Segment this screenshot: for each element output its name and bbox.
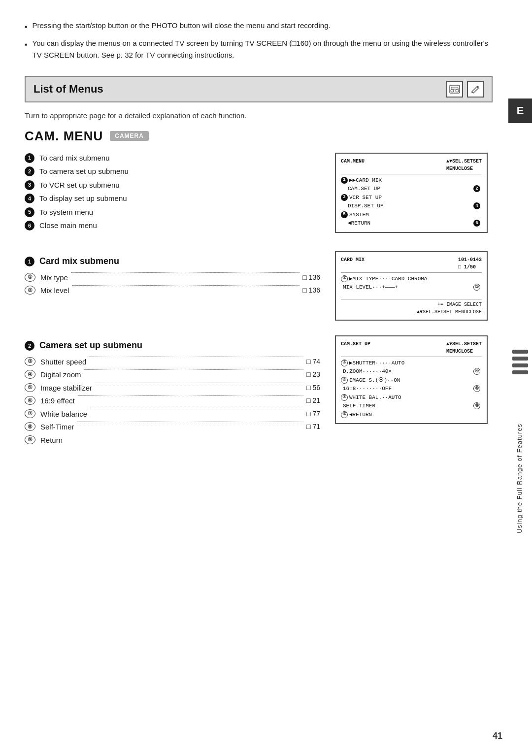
screen-camerasetup-line-7: ⑦ WHITE BAL.··AUTO — [341, 394, 482, 402]
screen-camerasetup-text-8: SELF-TIMER — [343, 402, 375, 410]
screen-camerasetup-text-9: ◄RETURN — [349, 411, 372, 419]
card-mix-label-1: Mix type — [40, 272, 68, 284]
menu-icon-pencil — [467, 81, 484, 98]
cam-menu-item-text-1: To card mix submenu — [39, 153, 110, 164]
camera-setup-num: 2 — [25, 341, 34, 351]
screen-num-4: 4 — [473, 202, 480, 209]
list-of-menus-title: List of Menus — [33, 83, 103, 96]
bullet-dot-1: • — [25, 21, 28, 33]
num-circle-4: 4 — [25, 194, 34, 203]
dotted-line-1 — [71, 272, 299, 273]
screen-camerasetup-line-4: D.ZOOM······40× ④ — [341, 367, 482, 376]
screen-cardmix-num-1: ① — [341, 275, 348, 282]
bullet-dot-2: • — [25, 38, 28, 51]
dotted-line-4 — [84, 369, 304, 370]
cam-menu-section: 1 To card mix submenu 2 To camera set up… — [25, 153, 493, 234]
camera-setup-label-6: 16:9 effect — [40, 395, 75, 407]
camera-setup-label-4: Digital zoom — [40, 369, 81, 381]
camera-setup-heading: 2 Camera set up submenu — [25, 340, 320, 351]
camera-setup-label-3: Shutter speed — [40, 357, 86, 368]
svg-rect-3 — [451, 87, 458, 89]
num-circle-6: 6 — [25, 221, 34, 230]
card-mix-title: Card mix submenu — [39, 256, 119, 266]
camera-setup-ref-4: □ 23 — [306, 369, 320, 380]
screen-camerasetup-line-5: ⑤ IMAGE S.(⦿)··ON — [341, 376, 482, 385]
screen-cardmix-topleft: CARD MIX — [341, 256, 365, 271]
num-circle-1: 1 — [25, 153, 34, 163]
turn-text: Turn to appropriate page for a detailed … — [25, 111, 493, 120]
screen-camerasetup-text-5: IMAGE S.(⦿)··ON — [349, 376, 400, 385]
screen-line-5: 5 SYSTEM — [341, 211, 482, 219]
screen-camerasetup-num-3: ③ — [341, 360, 348, 366]
cam-menu-heading: CAM. MENU CAMERA — [25, 129, 493, 144]
num-circle-2: 2 — [25, 166, 34, 176]
camera-setup-title: Camera set up submenu — [39, 340, 142, 351]
dotted-line-3 — [89, 357, 303, 357]
camera-setup-right: CAM.SET UP ▲▼SEL.SETSETMENUCLOSE ③ ▶SHUT… — [335, 335, 493, 454]
screen-camerasetup-text-7: WHITE BAL.··AUTO — [349, 394, 401, 402]
cam-menu-badge: CAMERA — [110, 131, 149, 141]
right-sidebar-text: Using the Full Range of Features — [508, 424, 531, 533]
card-mix-num: 1 — [25, 257, 34, 266]
cam-menu-item-5: 5 To system menu — [25, 207, 320, 218]
screen-num-1: 1 — [341, 177, 348, 184]
card-mix-section: 1 Card mix submenu ① Mix type □ 136 ② Mi… — [25, 251, 493, 321]
screen-camerasetup-num-7: ⑦ — [341, 394, 348, 401]
cam-menu-right: CAM.MENU ▲▼SEL.SETSETMENUCLOSE 1 ▶▶CARD … — [335, 153, 493, 234]
screen-text-6: ◄RETURN — [348, 219, 370, 228]
menu-icons — [446, 81, 484, 98]
card-mix-label-2: Mix level — [40, 285, 69, 296]
screen-line-4: DISP.SET UP 4 — [341, 202, 482, 210]
camera-setup-ref-7: □ 77 — [306, 409, 320, 419]
sidebar-text: Using the Full Range of Features — [516, 424, 524, 533]
stripe-2 — [512, 357, 528, 361]
stripe-3 — [512, 363, 528, 367]
camera-setup-label-9: Return — [40, 435, 63, 446]
camera-setup-ref-5: □ 56 — [306, 383, 320, 393]
intro-bullets: • Pressing the start/stop button or the … — [25, 20, 493, 61]
screen-box-main: CAM.MENU ▲▼SEL.SETSETMENUCLOSE 1 ▶▶CARD … — [335, 153, 488, 233]
screen-camerasetup-line-6: 16:8········OFF ⑥ — [341, 385, 482, 393]
screen-line-2: CAM.SET UP 2 — [341, 185, 482, 193]
dotted-line-5 — [95, 383, 303, 383]
screen-cardmix-line-1: ① ▶MIX TYPE····CARD CHROMA — [341, 275, 482, 283]
card-mix-heading: 1 Card mix submenu — [25, 256, 320, 266]
cam-menu-item-4: 4 To display set up submenu — [25, 193, 320, 204]
camera-setup-item-3: ③ Shutter speed □ 74 — [25, 357, 320, 368]
cam-menu-item-text-4: To display set up submenu — [39, 193, 127, 204]
cam-menu-item-text-2: To camera set up submenu — [39, 166, 129, 177]
screen-top-bar-main: CAM.MENU ▲▼SEL.SETSETMENUCLOSE — [341, 158, 482, 174]
card-mix-list: ① Mix type □ 136 ② Mix level □ 136 — [25, 272, 320, 296]
screen-camerasetup-text-4: D.ZOOM······40× — [343, 367, 392, 376]
bullet-item-1: • Pressing the start/stop button or the … — [25, 20, 493, 33]
screen-num-2: 2 — [473, 185, 480, 192]
camera-setup-ref-3: □ 74 — [306, 357, 320, 367]
camera-setup-num-9: ⑨ — [25, 435, 35, 444]
svg-point-1 — [451, 89, 454, 92]
camera-setup-num-5: ⑤ — [25, 383, 35, 392]
dotted-line-8 — [77, 422, 303, 422]
list-of-menus-bar: List of Menus — [25, 76, 493, 102]
cam-menu-list: 1 To card mix submenu 2 To camera set up… — [25, 153, 320, 231]
camera-setup-label-7: White balance — [40, 409, 87, 420]
screen-line-1: 1 ▶▶CARD MIX — [341, 176, 482, 185]
screen-cardmix-bottom: += IMAGE SELECT▲▼SEL.SETSET MENUCLOSE — [341, 299, 482, 316]
screen-camerasetup-topleft: CAM.SET UP — [341, 340, 370, 355]
screen-line-3: 3 VCR SET UP — [341, 194, 482, 202]
screen-camerasetup-num-5: ⑤ — [341, 377, 348, 384]
camera-setup-left: 2 Camera set up submenu ③ Shutter speed … — [25, 335, 320, 454]
bullet-text-1: Pressing the start/stop button or the PH… — [33, 20, 331, 32]
camera-setup-list: ③ Shutter speed □ 74 ④ Digital zoom □ 23… — [25, 357, 320, 446]
cam-menu-title: CAM. MENU — [25, 129, 103, 144]
screen-top-right-main: ▲▼SEL.SETSETMENUCLOSE — [446, 158, 482, 172]
cam-menu-item-2: 2 To camera set up submenu — [25, 166, 320, 177]
cam-menu-item-text-6: Close main menu — [39, 220, 97, 231]
screen-camerasetup-num-6: ⑥ — [473, 385, 480, 392]
camera-setup-label-5: Image stabilizer — [40, 383, 92, 394]
page-number: 41 — [493, 731, 502, 741]
screen-cardmix-text-2: MIX LEVEL···+———+ — [343, 283, 398, 292]
camera-setup-item-8: ⑧ Self-Timer □ 71 — [25, 422, 320, 433]
card-mix-item-num-1: ① — [25, 273, 35, 282]
screen-cardmix-bottom-text: += IMAGE SELECT▲▼SEL.SETSET MENUCLOSE — [417, 302, 482, 315]
cam-menu-item-text-3: To VCR set up submenu — [39, 180, 120, 191]
